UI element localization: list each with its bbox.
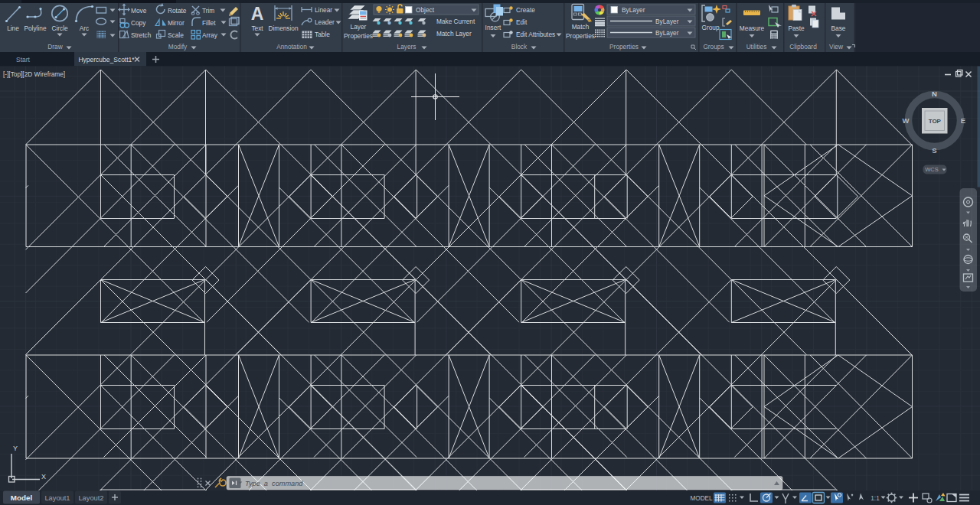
svg-text:Edit Attributes: Edit Attributes xyxy=(516,31,555,38)
svg-text:Y: Y xyxy=(13,445,18,452)
svg-text:Line: Line xyxy=(7,24,19,32)
svg-text:[-][Top][2D Wireframe]: [-][Top][2D Wireframe] xyxy=(3,70,65,78)
svg-text:Dimension: Dimension xyxy=(268,24,299,32)
svg-text:WCS: WCS xyxy=(925,166,939,173)
svg-text:TOP: TOP xyxy=(929,118,942,125)
svg-text:Block: Block xyxy=(511,43,528,50)
svg-text:Groups: Groups xyxy=(703,43,724,50)
svg-text:View: View xyxy=(829,43,844,50)
svg-text:Layout2: Layout2 xyxy=(78,494,103,502)
svg-text:ByLayer: ByLayer xyxy=(622,6,645,14)
svg-text:Rotate: Rotate xyxy=(168,7,187,15)
svg-text:Properties: Properties xyxy=(566,32,595,40)
svg-text:Table: Table xyxy=(315,31,330,38)
svg-text:Stretch: Stretch xyxy=(131,31,152,39)
svg-text:Polyline: Polyline xyxy=(24,24,46,32)
svg-text:Make Current: Make Current xyxy=(436,18,475,25)
svg-text:Properties: Properties xyxy=(609,43,639,50)
svg-text:Circle: Circle xyxy=(51,24,68,32)
svg-text:Match Layer: Match Layer xyxy=(436,30,472,37)
svg-text:Group: Group xyxy=(701,24,719,31)
svg-text:Mirror: Mirror xyxy=(168,19,185,27)
svg-text:E: E xyxy=(961,116,965,125)
svg-text:Text: Text xyxy=(251,24,263,32)
svg-text:Linear: Linear xyxy=(315,6,332,14)
svg-text:Match: Match xyxy=(572,23,590,31)
svg-text:Insert: Insert xyxy=(485,24,501,31)
svg-text:Arc: Arc xyxy=(80,24,89,32)
svg-text:Edit: Edit xyxy=(516,18,528,26)
svg-text:Trim: Trim xyxy=(202,7,214,15)
svg-text:Layer: Layer xyxy=(351,23,367,31)
svg-text:X: X xyxy=(41,473,46,481)
svg-text:ByLayer: ByLayer xyxy=(655,29,679,37)
svg-text:Move: Move xyxy=(131,7,147,15)
svg-text:W: W xyxy=(903,116,910,125)
svg-text:Fillet: Fillet xyxy=(202,19,216,27)
svg-text:A: A xyxy=(251,4,264,24)
svg-text:Copy: Copy xyxy=(131,19,146,27)
svg-text:Start: Start xyxy=(16,56,31,64)
svg-text:Scale: Scale xyxy=(168,31,184,39)
svg-text:Measure: Measure xyxy=(740,24,765,32)
svg-text:Modify: Modify xyxy=(168,43,188,50)
svg-text:Model: Model xyxy=(11,494,33,502)
svg-text:Type a command: Type a command xyxy=(245,480,303,487)
svg-text:Base: Base xyxy=(831,24,846,32)
svg-text:Clipboard: Clipboard xyxy=(789,43,817,50)
svg-text:ByLayer: ByLayer xyxy=(655,18,679,25)
svg-text:Annotation: Annotation xyxy=(276,43,307,50)
svg-text:Properties: Properties xyxy=(344,32,373,40)
svg-text:N: N xyxy=(932,90,937,98)
svg-text:1:1: 1:1 xyxy=(871,495,880,502)
svg-text:Draw: Draw xyxy=(47,43,63,50)
svg-text:Leader: Leader xyxy=(315,18,335,26)
svg-text:Layers: Layers xyxy=(397,43,416,50)
svg-text:Object: Object xyxy=(416,6,435,14)
svg-text:Hypercube_Scott1*: Hypercube_Scott1* xyxy=(78,56,135,64)
svg-text:S: S xyxy=(932,146,936,155)
svg-text:Create: Create xyxy=(516,6,535,14)
svg-text:Paste: Paste xyxy=(788,24,805,32)
svg-text:Layout1: Layout1 xyxy=(44,494,70,502)
svg-text:Array: Array xyxy=(202,31,218,39)
svg-text:Utilities: Utilities xyxy=(746,43,767,50)
svg-text:MODEL: MODEL xyxy=(690,495,713,502)
